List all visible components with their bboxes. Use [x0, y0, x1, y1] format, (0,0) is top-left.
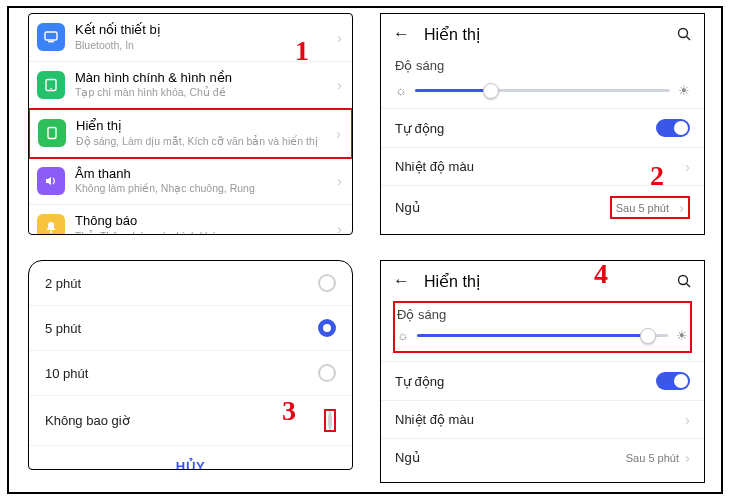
option-2min[interactable]: 2 phút [29, 261, 352, 306]
display-settings-panel: ← Hiển thị Độ sáng ☼ ☀ Tự động Nhiệt độ … [380, 13, 705, 235]
settings-row-notification[interactable]: Thông báo Thẻ, Thông báo màn hình khóa › [29, 205, 352, 235]
sound-icon [37, 167, 65, 195]
color-temp-label: Nhiệt độ màu [395, 412, 474, 427]
brightness-low-icon: ☼ [395, 83, 407, 98]
row-sub: Bluetooth, In [75, 39, 331, 53]
brightness-low-icon: ☼ [397, 328, 409, 343]
brightness-section: Độ sáng ☼ ☀ [381, 58, 704, 108]
display-icon [38, 119, 66, 147]
bell-icon [37, 214, 65, 235]
row-sub: Độ sáng, Làm dịu mắt, Kích cỡ văn bản và… [76, 135, 330, 149]
header: ← Hiển thị [381, 14, 704, 52]
sleep-value-highlight: Sau 5 phút › [610, 196, 690, 219]
brightness-high-icon: ☀ [678, 83, 690, 98]
brightness-slider[interactable] [415, 89, 670, 92]
row-title: Màn hình chính & hình nền [75, 70, 331, 87]
auto-toggle[interactable] [656, 372, 690, 390]
brightness-highlight: Độ sáng ☼ ☀ [393, 301, 692, 353]
auto-brightness-row[interactable]: Tự động [381, 361, 704, 400]
row-title: Kết nối thiết bị [75, 22, 331, 39]
step-number-4: 4 [594, 258, 608, 290]
home-screen-icon [37, 71, 65, 99]
auto-label: Tự động [395, 121, 444, 136]
settings-row-text: Thông báo Thẻ, Thông báo màn hình khóa [75, 213, 331, 235]
settings-row-text: Âm thanh Không làm phiền, Nhạc chuông, R… [75, 166, 331, 197]
brightness-slider-row: ☼ ☀ [397, 324, 688, 349]
row-sub: Thẻ, Thông báo màn hình khóa [75, 230, 331, 235]
row-sub: Tạp chí màn hình khóa, Chủ đề [75, 86, 331, 100]
never-highlight [324, 409, 336, 432]
sleep-value: Sau 5 phút [626, 452, 679, 464]
brightness-high-icon: ☀ [676, 328, 688, 343]
color-temp-row[interactable]: Nhiệt độ màu › [381, 400, 704, 438]
header: ← Hiển thị [381, 261, 704, 299]
option-10min[interactable]: 10 phút [29, 351, 352, 396]
row-title: Âm thanh [75, 166, 331, 183]
option-label: 10 phút [45, 366, 88, 381]
chevron-right-icon: › [337, 76, 342, 93]
svg-point-8 [679, 276, 688, 285]
step-number-3: 3 [282, 395, 296, 427]
settings-row-text: Màn hình chính & hình nền Tạp chí màn hì… [75, 70, 331, 101]
svg-rect-0 [45, 32, 57, 40]
chevron-right-icon: › [685, 449, 690, 466]
sleep-label: Ngủ [395, 450, 420, 465]
svg-point-5 [50, 231, 52, 233]
radio-button[interactable] [328, 411, 332, 430]
brightness-slider-row: ☼ ☀ [395, 77, 690, 108]
sleep-label: Ngủ [395, 200, 420, 215]
brightness-slider[interactable] [417, 334, 668, 337]
step-number-1: 1 [295, 35, 309, 67]
settings-row-display[interactable]: Hiển thị Độ sáng, Làm dịu mắt, Kích cỡ v… [28, 108, 353, 159]
search-icon[interactable] [676, 26, 692, 42]
sleep-options-panel: 2 phút 5 phút 10 phút Không bao giờ HỦY [28, 260, 353, 470]
svg-rect-4 [48, 128, 56, 139]
row-sub: Không làm phiền, Nhạc chuông, Rung [75, 182, 331, 196]
svg-rect-1 [48, 41, 54, 42]
chevron-right-icon: › [685, 158, 690, 175]
option-label: 2 phút [45, 276, 81, 291]
page-title: Hiển thị [424, 25, 676, 44]
chevron-right-icon: › [336, 125, 341, 142]
radio-button-selected[interactable] [318, 319, 336, 337]
radio-button[interactable] [318, 274, 336, 292]
sleep-value: Sau 5 phút [616, 202, 669, 214]
svg-point-6 [679, 29, 688, 38]
row-title: Hiển thị [76, 118, 330, 135]
settings-row-home[interactable]: Màn hình chính & hình nền Tạp chí màn hì… [29, 62, 352, 110]
row-title: Thông báo [75, 213, 331, 230]
display-settings-panel-after: ← Hiển thị Độ sáng ☼ ☀ Tự động Nhiệt độ … [380, 260, 705, 483]
back-icon[interactable]: ← [393, 271, 410, 291]
back-icon[interactable]: ← [393, 24, 410, 44]
brightness-label: Độ sáng [397, 307, 688, 322]
svg-line-9 [687, 284, 691, 288]
chevron-right-icon: › [337, 29, 342, 46]
chevron-right-icon: › [337, 172, 342, 189]
chevron-right-icon: › [679, 199, 684, 216]
radio-button[interactable] [318, 364, 336, 382]
option-label: Không bao giờ [45, 413, 130, 428]
chevron-right-icon: › [337, 220, 342, 235]
step-number-2: 2 [650, 160, 664, 192]
page-title: Hiển thị [424, 272, 676, 291]
option-label: 5 phút [45, 321, 81, 336]
cancel-button[interactable]: HỦY [29, 446, 352, 470]
settings-row-sound[interactable]: Âm thanh Không làm phiền, Nhạc chuông, R… [29, 158, 352, 206]
svg-point-3 [50, 87, 52, 89]
option-never[interactable]: Không bao giờ [29, 396, 352, 446]
chevron-right-icon: › [685, 411, 690, 428]
option-5min[interactable]: 5 phút [29, 306, 352, 351]
color-temp-label: Nhiệt độ màu [395, 159, 474, 174]
connect-icon [37, 23, 65, 51]
auto-toggle[interactable] [656, 119, 690, 137]
auto-brightness-row[interactable]: Tự động [381, 108, 704, 147]
sleep-row[interactable]: Ngủ Sau 5 phút › [381, 438, 704, 476]
auto-label: Tự động [395, 374, 444, 389]
search-icon[interactable] [676, 273, 692, 289]
svg-line-7 [687, 37, 691, 41]
settings-row-text: Hiển thị Độ sáng, Làm dịu mắt, Kích cỡ v… [76, 118, 330, 149]
brightness-label: Độ sáng [395, 58, 690, 73]
settings-row-text: Kết nối thiết bị Bluetooth, In [75, 22, 331, 53]
